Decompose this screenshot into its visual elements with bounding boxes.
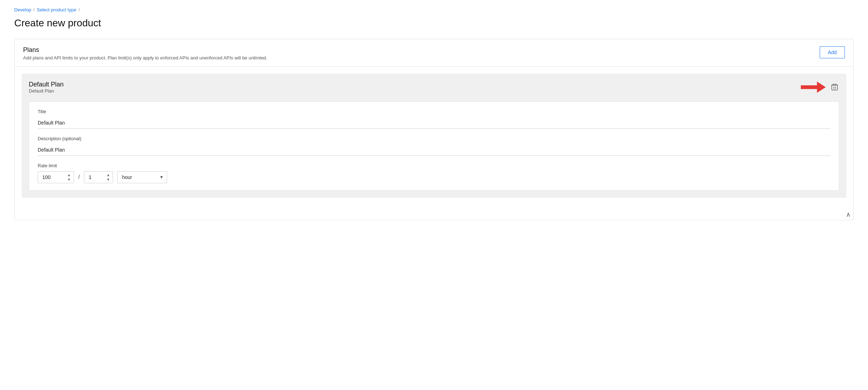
plans-section: Plans Add plans and API limits to your p… bbox=[14, 39, 854, 220]
plans-section-header: Plans Add plans and API limits to your p… bbox=[15, 39, 853, 67]
page-title: Create new product bbox=[14, 17, 854, 29]
rate-limit-field: Rate limit ▲ ▼ / bbox=[38, 163, 830, 183]
title-field: Title bbox=[38, 109, 830, 129]
description-field: Description (optional) bbox=[38, 136, 830, 156]
rate-spin-down[interactable]: ▼ bbox=[66, 178, 71, 182]
title-label: Title bbox=[38, 109, 830, 114]
plan-name: Default Plan bbox=[29, 81, 64, 88]
breadcrumb-sep-1: / bbox=[33, 7, 35, 12]
rate-spin-buttons: ▲ ▼ bbox=[66, 173, 71, 182]
plan-header-info: Default Plan Default Plan bbox=[29, 81, 64, 99]
breadcrumb: Develop / Select product type / bbox=[14, 7, 854, 12]
plans-section-info: Plans Add plans and API limits to your p… bbox=[23, 46, 267, 60]
rate-limit-row: ▲ ▼ / ▲ ▼ bbox=[38, 171, 830, 183]
period-select[interactable]: hour minute day week month bbox=[117, 171, 167, 183]
description-input[interactable] bbox=[38, 144, 830, 156]
svg-rect-5 bbox=[833, 84, 836, 85]
collapse-icon: ∧ bbox=[846, 211, 851, 218]
section-footer: ∧ bbox=[15, 205, 853, 220]
breadcrumb-select-product-type[interactable]: Select product type bbox=[37, 7, 76, 12]
red-arrow-indicator bbox=[801, 81, 826, 94]
plans-section-description: Add plans and API limits to your product… bbox=[23, 55, 267, 60]
description-label: Description (optional) bbox=[38, 136, 830, 141]
rate-limit-label: Rate limit bbox=[38, 163, 830, 168]
svg-rect-2 bbox=[834, 86, 834, 89]
rate-spin-up[interactable]: ▲ bbox=[66, 173, 71, 177]
trash-icon bbox=[831, 84, 838, 91]
per-spin-up[interactable]: ▲ bbox=[106, 173, 111, 177]
per-spin-down[interactable]: ▼ bbox=[106, 178, 111, 182]
rate-separator: / bbox=[78, 174, 80, 180]
per-spin-buttons: ▲ ▼ bbox=[106, 173, 111, 182]
rate-value-wrapper: ▲ ▼ bbox=[38, 171, 74, 183]
breadcrumb-sep-2: / bbox=[79, 7, 80, 12]
title-input[interactable] bbox=[38, 117, 830, 129]
svg-rect-3 bbox=[835, 86, 836, 89]
breadcrumb-develop[interactable]: Develop bbox=[14, 7, 31, 12]
add-plan-button[interactable]: Add bbox=[820, 46, 845, 58]
collapse-button[interactable]: ∧ bbox=[843, 209, 853, 220]
plan-form-card: Title Description (optional) Rate limit bbox=[29, 101, 839, 191]
delete-area bbox=[801, 81, 839, 94]
per-value-wrapper: ▲ ▼ bbox=[84, 171, 113, 183]
period-select-wrapper: hour minute day week month ▼ bbox=[117, 171, 167, 183]
svg-marker-0 bbox=[801, 81, 826, 93]
plans-section-title: Plans bbox=[23, 46, 267, 54]
plan-header: Default Plan Default Plan bbox=[29, 81, 839, 99]
plan-subtitle: Default Plan bbox=[29, 88, 64, 94]
delete-plan-button[interactable] bbox=[830, 82, 839, 92]
svg-rect-1 bbox=[832, 85, 837, 90]
default-plan-container: Default Plan Default Plan bbox=[22, 74, 846, 198]
